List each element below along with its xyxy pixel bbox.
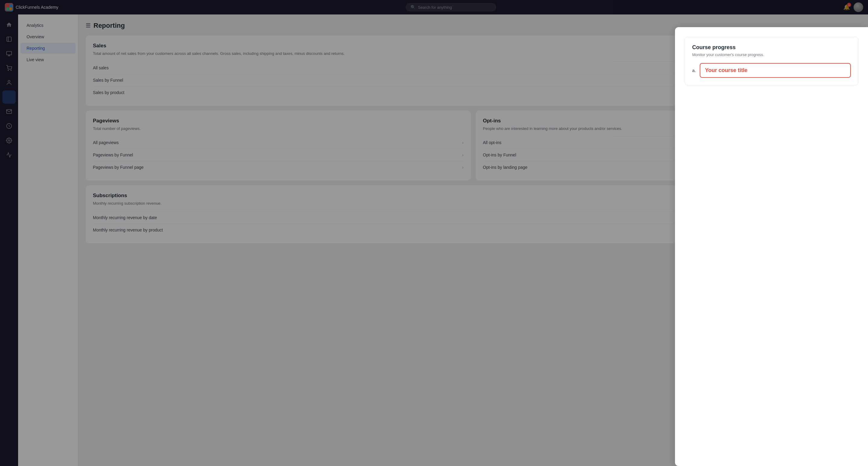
course-progress-card: Course progress Monitor your customer's … bbox=[685, 37, 858, 85]
step-label: a. bbox=[692, 68, 696, 73]
overlay-card-desc: Monitor your customer's course progress. bbox=[692, 53, 851, 57]
overlay-panel: Course progress Monitor your customer's … bbox=[675, 27, 868, 466]
overlay-card-title: Course progress bbox=[692, 44, 851, 51]
course-title-input[interactable] bbox=[700, 63, 851, 78]
course-input-wrapper: a. bbox=[692, 63, 851, 78]
